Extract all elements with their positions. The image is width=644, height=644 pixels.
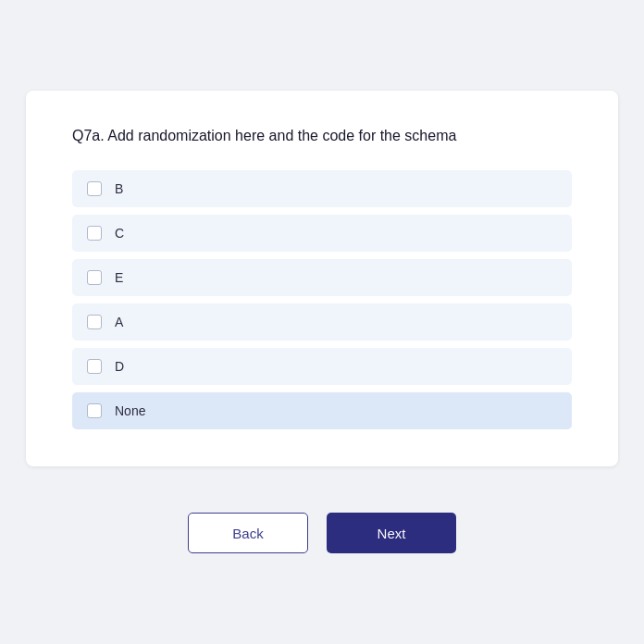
option-item-none[interactable]: None xyxy=(72,392,572,429)
options-list: BCEADNone xyxy=(72,170,572,429)
option-label-a: A xyxy=(115,315,123,329)
option-label-c: C xyxy=(115,226,124,241)
option-item-e[interactable]: E xyxy=(72,259,572,296)
option-label-e: E xyxy=(115,270,123,285)
option-checkbox-none[interactable] xyxy=(87,403,102,418)
footer-buttons: Back Next xyxy=(188,513,456,553)
option-item-b[interactable]: B xyxy=(72,170,572,207)
question-title: Q7a. Add randomization here and the code… xyxy=(72,128,572,144)
option-item-c[interactable]: C xyxy=(72,215,572,252)
option-checkbox-a[interactable] xyxy=(87,315,102,329)
option-label-d: D xyxy=(115,359,124,374)
option-item-a[interactable]: A xyxy=(72,303,572,341)
option-checkbox-c[interactable] xyxy=(87,226,102,241)
next-button[interactable]: Next xyxy=(327,513,456,553)
back-button[interactable]: Back xyxy=(188,513,308,553)
option-checkbox-b[interactable] xyxy=(87,181,102,196)
option-checkbox-d[interactable] xyxy=(87,359,102,374)
option-label-none: None xyxy=(115,403,145,418)
option-label-b: B xyxy=(115,181,123,196)
question-card: Q7a. Add randomization here and the code… xyxy=(26,91,618,466)
option-checkbox-e[interactable] xyxy=(87,270,102,285)
option-item-d[interactable]: D xyxy=(72,348,572,385)
